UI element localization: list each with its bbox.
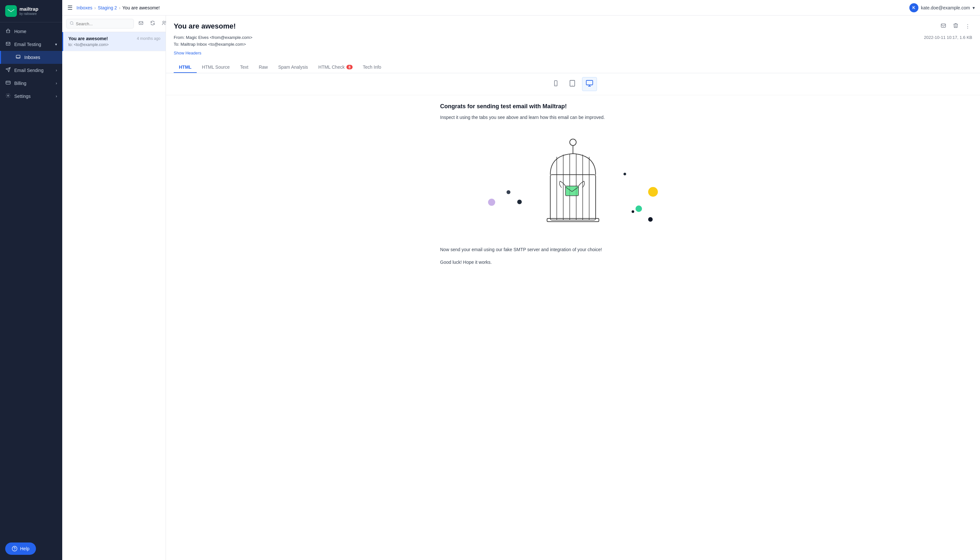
svg-rect-4 — [6, 81, 10, 84]
breadcrumb-staging[interactable]: Staging 2 — [98, 5, 117, 10]
billing-icon — [5, 80, 11, 87]
svg-rect-3 — [16, 55, 20, 58]
illustration — [440, 126, 706, 243]
svg-rect-1 — [7, 31, 9, 33]
svg-rect-17 — [586, 80, 593, 85]
sidebar-item-email-testing[interactable]: Email Testing ▾ — [0, 38, 62, 51]
inboxes-icon — [15, 54, 21, 61]
dot-purple — [488, 199, 495, 206]
brand-name: mailtrap — [20, 6, 38, 12]
content-area: You are awesome! 4 months ago to: <to@ex… — [62, 15, 980, 560]
tablet-view-button[interactable] — [565, 77, 580, 91]
forward-button[interactable] — [938, 21, 948, 32]
help-button[interactable]: Help — [5, 542, 36, 555]
svg-point-7 — [14, 550, 15, 550]
tab-tech-info[interactable]: Tech Info — [358, 62, 387, 73]
email-sending-arrow: › — [56, 68, 57, 73]
mobile-view-button[interactable] — [549, 77, 563, 91]
help-label: Help — [20, 546, 30, 551]
svg-point-18 — [570, 139, 576, 145]
svg-rect-13 — [555, 81, 557, 86]
sidebar-item-email-testing-label: Email Testing — [14, 42, 41, 47]
delete-button[interactable] — [951, 21, 960, 32]
brand-sub: by railsware — [20, 12, 38, 16]
breadcrumb-inboxes[interactable]: Inboxes — [77, 5, 92, 10]
email-list-panel: You are awesome! 4 months ago to: <to@ex… — [62, 15, 166, 560]
search-icon — [70, 21, 74, 26]
tab-html-source[interactable]: HTML Source — [197, 62, 235, 73]
svg-rect-12 — [941, 24, 946, 28]
svg-point-14 — [555, 85, 556, 85]
settings-arrow: › — [56, 94, 57, 98]
email-content: Congrats for sending test email with Mai… — [427, 95, 719, 279]
email-list-toolbar — [62, 15, 166, 32]
sidebar-item-settings[interactable]: Settings › — [0, 90, 62, 103]
email-timestamp: 2022-10-11 10:17, 1.6 KB — [924, 35, 972, 40]
main-area: ☰ Inboxes › Staging 2 › You are awesome!… — [62, 0, 980, 560]
user-dropdown-arrow: ▾ — [973, 5, 975, 10]
dot-yellow — [648, 187, 658, 197]
sidebar-item-home[interactable]: Home — [0, 25, 62, 38]
hamburger-icon[interactable]: ☰ — [67, 4, 73, 11]
email-detail-panel: You are awesome! ⋮ From: — [166, 15, 980, 560]
user-email: kate.doe@example.com — [921, 5, 970, 10]
breadcrumb-current: You are awesome! — [122, 5, 160, 10]
user-avatar: K — [909, 3, 918, 12]
user-info[interactable]: K kate.doe@example.com ▾ — [909, 3, 975, 12]
email-list-item[interactable]: You are awesome! 4 months ago to: <to@ex… — [62, 32, 166, 51]
sidebar-nav: Home Email Testing ▾ Inboxes Email Sendi… — [0, 22, 62, 537]
sidebar-item-home-label: Home — [14, 29, 26, 34]
email-item-time: 4 months ago — [137, 36, 160, 41]
tab-raw[interactable]: Raw — [253, 62, 273, 73]
more-actions-button[interactable]: ⋮ — [963, 22, 972, 32]
email-tabs: HTML HTML Source Text Raw Spam Analysis — [174, 62, 972, 73]
dot-dark4 — [632, 210, 634, 213]
html-check-badge: 8 — [347, 65, 352, 69]
sidebar: mailtrap by railsware Home Email Testing… — [0, 0, 62, 560]
email-sending-icon — [5, 67, 11, 73]
email-actions: ⋮ — [938, 21, 972, 32]
svg-rect-9 — [139, 22, 143, 24]
email-content-para1: Inspect it using the tabs you see above … — [440, 114, 706, 121]
dot-dark5 — [648, 217, 653, 222]
svg-rect-28 — [565, 186, 578, 196]
email-item-subject: You are awesome! — [68, 36, 108, 41]
sidebar-item-email-sending[interactable]: Email Sending › — [0, 64, 62, 77]
show-headers-link[interactable]: Show Headers — [174, 50, 201, 55]
email-testing-icon — [5, 41, 11, 48]
desktop-view-button[interactable] — [582, 77, 597, 91]
sidebar-item-settings-label: Settings — [14, 94, 31, 99]
svg-rect-2 — [6, 42, 10, 45]
email-to: To: Mailtrap Inbox <to@example.com> — [174, 42, 252, 47]
svg-point-8 — [70, 22, 73, 25]
sidebar-item-email-sending-label: Email Sending — [14, 68, 43, 73]
tab-html-check[interactable]: HTML Check 8 — [313, 62, 357, 73]
email-body: Congrats for sending test email with Mai… — [166, 73, 980, 560]
dot-dark3 — [623, 173, 626, 175]
email-content-para3: Good luck! Hope it works. — [440, 258, 706, 266]
view-controls — [166, 73, 980, 95]
sidebar-item-billing[interactable]: Billing › — [0, 77, 62, 90]
logo-icon — [5, 5, 17, 17]
dot-teal — [635, 205, 642, 212]
settings-icon — [5, 93, 11, 100]
sidebar-item-billing-label: Billing — [14, 81, 26, 86]
refresh-button[interactable] — [148, 19, 157, 28]
tab-html[interactable]: HTML — [174, 62, 197, 73]
tab-spam-analysis[interactable]: Spam Analysis — [273, 62, 313, 73]
email-content-para2: Now send your email using our fake SMTP … — [440, 246, 706, 253]
sidebar-item-inboxes[interactable]: Inboxes — [0, 51, 62, 64]
tab-text[interactable]: Text — [235, 62, 254, 73]
svg-point-5 — [7, 95, 9, 96]
search-box[interactable] — [66, 19, 134, 28]
svg-point-16 — [572, 85, 572, 85]
sidebar-item-inboxes-label: Inboxes — [24, 55, 40, 60]
topbar: ☰ Inboxes › Staging 2 › You are awesome!… — [62, 0, 980, 15]
search-input[interactable] — [76, 22, 130, 26]
billing-arrow: › — [56, 81, 57, 85]
home-icon — [5, 28, 11, 35]
breadcrumb: Inboxes › Staging 2 › You are awesome! — [77, 5, 160, 10]
compose-button[interactable] — [137, 19, 145, 28]
svg-rect-0 — [8, 8, 14, 13]
dot-dark2 — [517, 200, 522, 204]
